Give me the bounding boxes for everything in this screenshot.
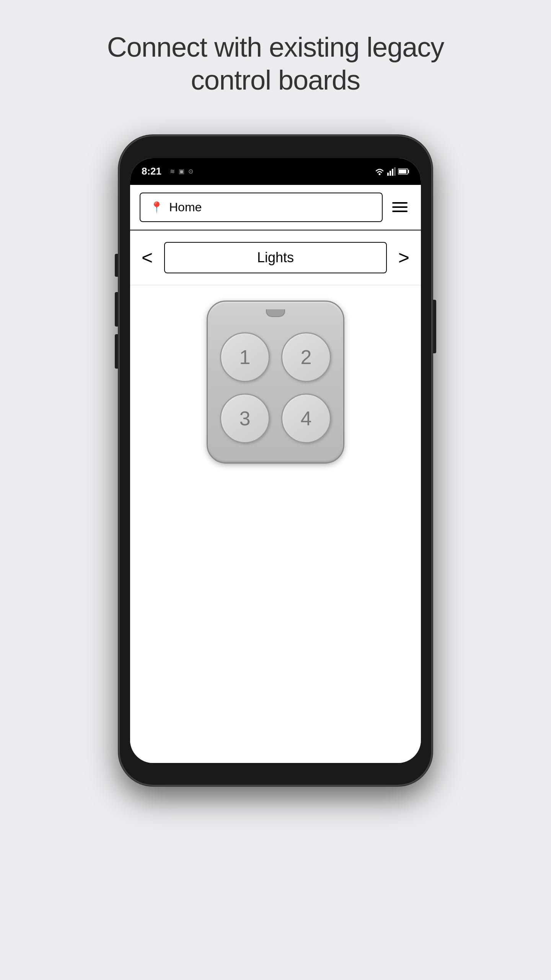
remote-button-3[interactable]: 3: [220, 394, 270, 443]
menu-line-1: [392, 202, 408, 204]
svg-point-0: [379, 173, 381, 175]
svg-rect-1: [387, 173, 389, 176]
phone-mockup: 8:21 ≋ ▣ ⊙: [119, 135, 432, 862]
home-label: Home: [169, 200, 202, 214]
category-label: Lights: [257, 250, 294, 266]
sim-icon: ▣: [179, 168, 184, 175]
status-bar: 8:21 ≋ ▣ ⊙: [130, 158, 421, 185]
phone-shell: 8:21 ≋ ▣ ⊙: [119, 135, 432, 786]
svg-rect-4: [394, 167, 396, 176]
volume-down-button: [115, 292, 118, 327]
remote-button-2[interactable]: 2: [281, 332, 331, 382]
remote-area: 1 2 3 4: [130, 285, 421, 763]
prev-arrow-button[interactable]: <: [138, 247, 156, 269]
notification-icon1: ≋: [170, 168, 175, 175]
battery-icon: [398, 168, 409, 175]
screen-content: 📍 Home < Lights >: [130, 185, 421, 763]
lock-button: [433, 300, 436, 353]
power-side-button: [115, 334, 118, 369]
sync-icon: ⊙: [188, 168, 193, 175]
nav-area: < Lights >: [130, 230, 421, 285]
remote-top-nub: [266, 309, 285, 317]
category-selector[interactable]: Lights: [164, 242, 387, 273]
remote-buttons-grid: 1 2 3 4: [220, 332, 331, 443]
menu-line-2: [392, 206, 408, 208]
remote-control-device: 1 2 3 4: [207, 301, 344, 464]
menu-button[interactable]: [388, 198, 411, 216]
phone-screen: 8:21 ≋ ▣ ⊙: [130, 158, 421, 763]
svg-rect-7: [399, 170, 406, 173]
svg-rect-3: [392, 169, 393, 176]
app-header: 📍 Home: [130, 185, 421, 230]
volume-up-button: [115, 254, 118, 277]
svg-rect-2: [390, 171, 391, 176]
location-icon: 📍: [150, 201, 163, 214]
svg-rect-6: [408, 170, 409, 173]
next-arrow-button[interactable]: >: [395, 247, 413, 269]
status-left: 8:21 ≋ ▣ ⊙: [142, 165, 193, 177]
menu-line-3: [392, 211, 408, 212]
remote-button-4[interactable]: 4: [281, 394, 331, 443]
remote-button-1[interactable]: 1: [220, 332, 270, 382]
home-selector[interactable]: 📍 Home: [140, 193, 383, 222]
status-right: [374, 167, 409, 176]
status-time: 8:21: [142, 165, 161, 177]
page-title: Connect with existing legacy control boa…: [107, 31, 444, 97]
signal-icon: [387, 167, 396, 176]
wifi-icon: [374, 167, 385, 176]
